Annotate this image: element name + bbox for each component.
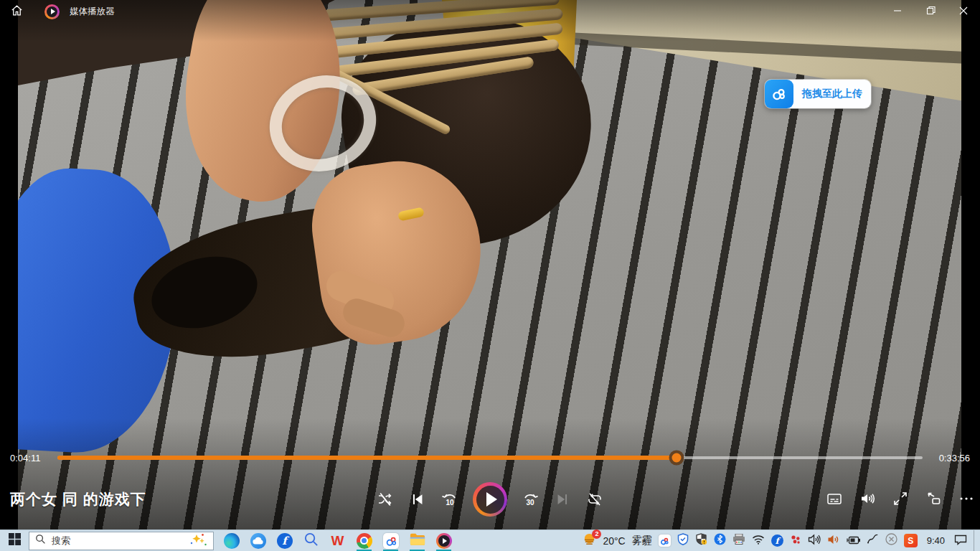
captions-button[interactable] [825,489,844,508]
minimize-icon [893,5,902,18]
battery-icon [847,534,860,547]
system-tray: 2 20°C 雾霾 [583,530,980,551]
captions-icon [826,490,843,507]
weather-badge: 2 [592,529,601,539]
fullscreen-icon [892,490,909,507]
seek-track[interactable] [57,456,923,459]
volume-button[interactable] [858,489,877,508]
taskbar-app-search-tool[interactable] [298,530,324,551]
skip-back-icon: 10 [440,490,459,509]
minimize-button[interactable] [881,0,914,23]
edge-icon [224,533,240,549]
flash-icon: f [771,534,783,547]
transport-controls: 10 30 [376,479,604,519]
tray-volume-system[interactable] [808,534,821,548]
skip-forward-button[interactable]: 30 [521,490,540,509]
taskbar-app-flash-center[interactable]: f [271,530,298,551]
play-icon [486,492,497,507]
notification-icon [954,534,967,548]
restore-icon [926,5,936,18]
screen: 媒体播放器 [0,0,980,551]
tray-volume-audio-manager[interactable] [827,534,840,548]
skip-back-button[interactable]: 10 [440,490,459,509]
fullscreen-button[interactable] [891,489,910,508]
next-button[interactable] [553,490,572,509]
video-title: 两个女 同 的游戏下 [10,489,146,509]
taskbar: 搜索 f [0,529,980,551]
volume-icon [859,490,876,507]
svg-text:30: 30 [526,499,534,507]
duration-time: 0:33:56 [933,453,970,463]
search-icon [35,534,46,547]
secondary-controls [825,489,976,508]
sync-disabled-icon [885,533,897,548]
taskbar-app-file-explorer[interactable] [404,530,430,551]
tray-baidu-netdisk[interactable] [659,534,671,547]
tray-printer[interactable] [732,534,745,547]
bluetooth-icon [714,533,726,548]
taskbar-apps: f W [218,530,457,551]
taskbar-app-wps[interactable]: W [324,530,351,551]
close-icon [959,5,968,18]
sparkles-icon[interactable] [189,532,207,550]
more-button[interactable] [957,489,976,508]
antivirus-dots-icon [790,534,801,548]
weather-widget[interactable]: 2 [583,532,596,549]
baidu-netdisk-icon [383,533,399,549]
tray-bluetooth[interactable] [714,533,726,548]
tray-pen[interactable] [867,534,879,547]
more-icon [958,491,974,507]
defender-shield-icon [695,533,707,548]
start-icon [9,533,21,548]
play-button[interactable] [473,482,507,517]
weather-condition[interactable]: 雾霾 [632,534,652,547]
restore-button[interactable] [914,0,947,23]
taskbar-app-media-player[interactable] [430,530,457,551]
magnifier-app-icon [303,532,319,550]
tray-security-manager[interactable] [677,533,689,548]
flash-icon: f [277,533,293,549]
previous-button[interactable] [408,490,427,509]
home-button[interactable] [0,0,33,23]
window-title: 媒体播放器 [70,6,115,18]
search-input[interactable]: 搜索 [29,532,214,550]
tray-defender[interactable] [695,533,707,548]
taskbar-app-chrome[interactable] [351,530,377,551]
upload-drop-widget[interactable]: 拖拽至此上传 [765,80,871,108]
tray-antivirus[interactable] [790,534,801,548]
close-button[interactable] [947,0,980,23]
tray-battery[interactable] [847,534,860,547]
volume-outline-icon [808,534,821,548]
weather-temp[interactable]: 20°C [603,535,625,547]
shuffle-button[interactable] [376,490,395,509]
repeat-button[interactable] [585,490,604,509]
app-logo-icon [44,4,60,19]
taskbar-app-cloud-browser[interactable] [245,530,271,551]
show-desktop-button[interactable] [974,530,976,551]
home-icon [10,4,24,20]
progress-played [57,456,677,460]
taskbar-clock[interactable]: 9:40 [927,535,945,546]
netdisk-cloud-icon [765,80,793,108]
tray-sync-disabled[interactable] [885,533,897,548]
skip-forward-icon: 30 [521,490,540,509]
tray-wifi[interactable] [752,534,765,547]
notification-center-button[interactable] [954,534,967,548]
tray-flash[interactable]: f [771,534,783,547]
security-shield-icon [677,533,689,548]
baidu-netdisk-icon [659,534,671,547]
tray-sogou-input[interactable]: S [904,534,918,547]
chrome-icon [357,533,372,549]
taskbar-app-edge[interactable] [218,530,245,551]
media-player-icon [436,533,452,549]
search-placeholder: 搜索 [52,534,183,547]
taskbar-app-baidu-netdisk[interactable] [377,530,404,551]
progress-scrubber[interactable] [669,451,684,466]
cast-button[interactable] [924,489,943,508]
start-button[interactable] [0,530,29,551]
current-time: 0:04:11 [10,453,47,463]
upload-label: 拖拽至此上传 [793,88,871,100]
sogou-icon: S [904,534,918,547]
media-player-window: 媒体播放器 [0,0,980,529]
titlebar: 媒体播放器 [0,0,980,23]
